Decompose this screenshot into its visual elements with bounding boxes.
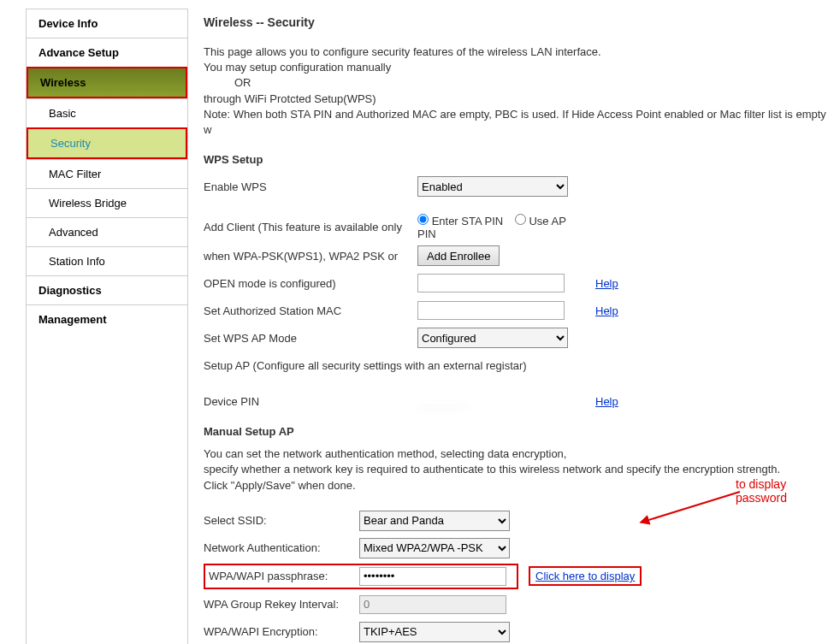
page-title: Wireless -- Security (204, 15, 828, 29)
display-link-highlight: Click here to display (529, 566, 642, 586)
sidebar-item-wireless-bridge[interactable]: Wireless Bridge (27, 188, 187, 217)
sidebar-item-management[interactable]: Management (27, 304, 187, 334)
enter-sta-pin-radio[interactable] (417, 214, 429, 225)
sidebar-item-device-info[interactable]: Device Info (27, 9, 187, 38)
add-enrollee-button[interactable]: Add Enrollee (417, 245, 500, 266)
use-ap-pin-radio[interactable] (515, 214, 526, 225)
rekey-input[interactable] (359, 595, 506, 614)
intro-line: You may setup configuration manually (204, 60, 828, 75)
wps-ap-mode-select[interactable]: Configured (417, 328, 568, 348)
sidebar-item-diagnostics[interactable]: Diagnostics (27, 275, 187, 304)
add-client-label-3: OPEN mode is configured) (204, 277, 417, 290)
sidebar-item-security[interactable]: Security (27, 127, 187, 159)
enable-wps-select[interactable]: Enabled (417, 176, 568, 197)
device-pin-label: Device PIN (204, 395, 417, 408)
sidebar-item-advanced[interactable]: Advanced (27, 217, 187, 246)
passphrase-label: WPA/WAPI passphrase: (209, 570, 359, 582)
add-client-radio-group: Enter STA PIN Use AP PIN (417, 214, 571, 240)
manual-heading: Manual Setup AP (204, 425, 828, 438)
sidebar-item-basic[interactable]: Basic (27, 98, 187, 127)
intro-line: through WiFi Protcted Setup(WPS) (204, 92, 828, 107)
wps-heading: WPS Setup (204, 153, 828, 166)
help-link[interactable]: Help (595, 304, 618, 317)
network-auth-select[interactable]: Mixed WPA2/WPA -PSK (359, 538, 510, 558)
sidebar-item-mac-filter[interactable]: MAC Filter (27, 159, 187, 188)
sidebar-item-advance-setup[interactable]: Advance Setup (27, 38, 187, 67)
set-mac-label: Set Authorized Station MAC (204, 304, 417, 317)
main-content: Wireless -- Security This page allows yo… (188, 0, 828, 644)
sidebar-item-wireless[interactable]: Wireless (27, 67, 187, 98)
passphrase-input[interactable] (359, 567, 506, 586)
enrollee-input[interactable] (417, 274, 565, 292)
authorized-mac-input[interactable] (417, 301, 565, 320)
manual-desc-line: specify whether a network key is require… (204, 462, 828, 477)
manual-desc-line: You can set the network authentication m… (204, 446, 828, 462)
device-pin-value: ________ (417, 395, 571, 408)
enter-sta-pin-label: Enter STA PIN (432, 215, 504, 227)
intro-note: Note: When both STA PIN and Authorized M… (204, 107, 828, 138)
help-link[interactable]: Help (595, 395, 618, 408)
enable-wps-label: Enable WPS (204, 180, 417, 193)
add-client-label-1: Add Client (This feature is available on… (204, 221, 417, 233)
click-to-display-link[interactable]: Click here to display (535, 570, 635, 582)
svg-line-0 (646, 492, 740, 521)
enc-label: WPA/WAPI Encryption: (204, 625, 359, 638)
ssid-label: Select SSID: (204, 514, 359, 527)
sidebar: Device Info Advance Setup Wireless Basic… (26, 9, 188, 644)
help-link[interactable]: Help (595, 277, 618, 290)
annotation-arrow-icon (637, 483, 748, 526)
passphrase-row-highlight: WPA/WAPI passphrase: (204, 564, 518, 589)
setup-ap-note: Setup AP (Configure all security setting… (204, 359, 527, 372)
annotation-text: to display password (736, 477, 828, 505)
rekey-label: WPA Group Rekey Interval: (204, 598, 359, 611)
encryption-select[interactable]: TKIP+AES (359, 622, 510, 642)
intro-line: OR (204, 75, 828, 91)
sidebar-item-station-info[interactable]: Station Info (27, 246, 187, 275)
intro-text: This page allows you to configure securi… (204, 44, 828, 138)
auth-label: Network Authentication: (204, 541, 359, 554)
add-client-label-2: when WPA-PSK(WPS1), WPA2 PSK or (204, 250, 417, 263)
intro-line: This page allows you to configure securi… (204, 44, 828, 60)
ssid-select[interactable]: Bear and Panda (359, 511, 510, 531)
wps-ap-mode-label: Set WPS AP Mode (204, 332, 417, 345)
